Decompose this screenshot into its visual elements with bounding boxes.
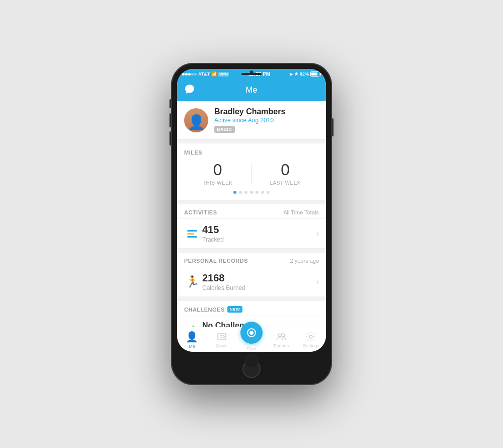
activities-row[interactable]: 415 Tracked ›	[177, 219, 326, 249]
tab-start-label: Start	[247, 346, 257, 351]
header-title: Me	[245, 85, 258, 95]
activities-subtitle: All Time Totals	[283, 209, 319, 215]
personal-records-section: PERSONAL RECORDS 2 years ago 🏃 2168 Calo…	[177, 253, 326, 297]
profile-since: Active since Aug 2010	[214, 117, 319, 124]
challenges-title: CHALLENGES NEW	[184, 306, 242, 313]
status-right: ▶ ★ 82%	[290, 71, 321, 77]
page-dot-4	[250, 191, 253, 194]
vpn-label: VPN	[218, 72, 228, 77]
activities-content: 415 Tracked	[202, 224, 316, 243]
power-button	[332, 118, 333, 136]
activity-bar-1	[187, 230, 197, 232]
records-title: PERSONAL RECORDS	[184, 258, 248, 264]
location-icon: ▶	[290, 72, 293, 77]
page-dot-6	[261, 191, 264, 194]
tab-me[interactable]: 👤 Me	[177, 327, 207, 352]
tab-friends-label: Friends	[274, 343, 289, 348]
bluetooth-icon: ★	[294, 71, 298, 77]
tab-goals[interactable]: Goals	[207, 327, 236, 352]
tab-me-label: Me	[189, 344, 195, 349]
this-week-label: THIS WEEK	[184, 180, 252, 186]
earpiece-speaker	[241, 73, 262, 75]
profile-name: Bradley Chambers	[214, 107, 319, 116]
status-left: AT&T 📶 VPN	[182, 71, 229, 77]
signal-dot-2	[185, 73, 188, 76]
wifi-icon: 📶	[211, 71, 217, 77]
page-dot-5	[256, 191, 259, 194]
settings-icon	[305, 331, 316, 342]
records-value: 2168	[202, 272, 316, 284]
last-week-label: LAST WEEK	[252, 180, 319, 186]
records-row[interactable]: 🏃 2168 Calories Burned ›	[177, 267, 326, 297]
start-button[interactable]	[240, 322, 263, 344]
app-header: Me	[177, 79, 326, 101]
tab-start[interactable]: Start	[236, 327, 266, 352]
records-icon: 🏃	[184, 275, 200, 288]
profile-info: Bradley Chambers Active since Aug 2010 B…	[214, 107, 319, 133]
activities-chevron-icon: ›	[316, 229, 319, 238]
miles-stats: 0 THIS WEEK 0 LAST WEEK	[184, 161, 319, 186]
volume-up-button	[170, 113, 171, 127]
miles-label: MILES	[184, 150, 319, 156]
records-content: 2168 Calories Burned	[202, 272, 316, 291]
chat-icon[interactable]	[184, 84, 195, 97]
activity-bar-2	[187, 233, 194, 235]
signal-dot-5	[194, 73, 197, 76]
activities-sublabel: Tracked	[202, 236, 316, 243]
records-header: PERSONAL RECORDS 2 years ago	[177, 253, 326, 267]
activity-bar-3	[187, 236, 197, 238]
page-dot-1	[233, 191, 236, 194]
me-icon: 👤	[186, 331, 198, 343]
page-dot-2	[239, 191, 242, 194]
phone-device: AT&T 📶 VPN 12:27 PM ▶ ★ 82%	[171, 63, 332, 385]
signal-bars	[182, 73, 197, 76]
tab-settings-label: Settings	[303, 343, 319, 348]
start-button-dot	[249, 331, 254, 335]
phone-screen: AT&T 📶 VPN 12:27 PM ▶ ★ 82%	[177, 69, 326, 352]
svg-point-6	[282, 334, 285, 337]
miles-section: MILES 0 THIS WEEK 0 LAST WEEK	[177, 143, 326, 200]
battery-indicator	[310, 71, 321, 77]
home-button[interactable]	[242, 360, 261, 378]
page-dots	[184, 191, 319, 194]
activities-header: ACTIVITIES All Time Totals	[177, 204, 326, 219]
start-button-inner	[247, 328, 256, 337]
this-week-stat: 0 THIS WEEK	[184, 161, 252, 186]
profile-section: 👤 Bradley Chambers Active since Aug 2010…	[177, 101, 326, 139]
scroll-content[interactable]: 👤 Bradley Chambers Active since Aug 2010…	[177, 101, 326, 327]
battery-pct: 82%	[300, 71, 309, 77]
tab-goals-label: Goals	[216, 343, 228, 348]
home-button-inner	[244, 354, 259, 368]
records-subtitle: 2 years ago	[290, 258, 319, 264]
challenges-header: CHALLENGES NEW	[177, 301, 326, 316]
svg-point-5	[278, 334, 281, 337]
goals-icon	[216, 331, 227, 342]
records-sublabel: Calories Burned	[202, 284, 316, 291]
friends-icon	[276, 331, 287, 342]
signal-dot-3	[188, 73, 191, 76]
running-person-icon: 🏃	[186, 275, 199, 288]
last-week-stat: 0 LAST WEEK	[252, 161, 319, 186]
this-week-value: 0	[184, 161, 252, 179]
tab-friends[interactable]: Friends	[267, 327, 296, 352]
new-badge: NEW	[227, 306, 242, 313]
volume-down-button	[170, 131, 171, 145]
activities-title: ACTIVITIES	[184, 209, 217, 215]
page-dot-3	[244, 191, 247, 194]
records-chevron-icon: ›	[316, 277, 319, 286]
activities-section: ACTIVITIES All Time Totals 415 Tracked	[177, 204, 326, 249]
signal-dot-4	[191, 73, 194, 76]
signal-dot-1	[182, 73, 185, 76]
tab-settings[interactable]: Settings	[296, 327, 326, 352]
activities-icon	[184, 230, 200, 238]
last-week-value: 0	[252, 161, 319, 179]
carrier-label: AT&T	[198, 71, 210, 77]
profile-badge: BASIC	[214, 126, 235, 133]
mute-button	[170, 99, 171, 108]
activities-value: 415	[202, 224, 316, 236]
svg-point-7	[309, 335, 312, 338]
page-dot-7	[267, 191, 270, 194]
tab-bar: 👤 Me Goals Start	[177, 327, 326, 352]
user-avatar: 👤	[184, 108, 208, 132]
